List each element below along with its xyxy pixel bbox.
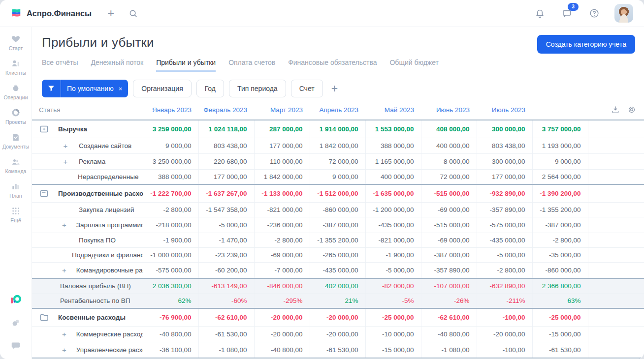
category-folder-plus-icon[interactable] bbox=[39, 124, 49, 134]
column-month[interactable]: Июнь 2023 bbox=[421, 103, 477, 120]
filter-pill-period-type[interactable]: Тип периода bbox=[229, 80, 286, 97]
expand-plus-icon[interactable]: + bbox=[62, 346, 66, 354]
search-button[interactable] bbox=[126, 6, 140, 21]
expand-plus-icon[interactable]: + bbox=[62, 142, 69, 150]
tab-profit-loss[interactable]: Прибыли и убытки bbox=[156, 59, 216, 72]
category-note-icon[interactable] bbox=[39, 188, 49, 199]
support-chat-icon[interactable] bbox=[10, 340, 21, 351]
value-cell: 9 000,00 bbox=[310, 170, 365, 185]
expand-plus-icon[interactable]: + bbox=[62, 266, 66, 274]
sidebar-item-operations[interactable]: Операции bbox=[2, 83, 29, 100]
column-month[interactable]: Апрель 2023 bbox=[310, 103, 365, 120]
value-cell: 2 366 800,00 bbox=[532, 278, 588, 294]
row-label-cell: Подрядчики и фрилансеры bbox=[32, 248, 143, 263]
value-cell: 21% bbox=[310, 294, 365, 309]
column-month[interactable]: Май 2023 bbox=[365, 103, 421, 120]
app-brand[interactable]: Аспро.Финансы bbox=[11, 8, 92, 19]
messages-button[interactable]: 3 bbox=[560, 6, 574, 21]
value-cell: -932 890,00 bbox=[477, 184, 532, 203]
expand-plus-icon[interactable]: + bbox=[62, 330, 66, 338]
sidebar-item-clients[interactable]: Клиенты bbox=[2, 59, 29, 76]
sidebar-item-documents[interactable]: Документы bbox=[2, 132, 29, 150]
brand-mark-icon[interactable] bbox=[9, 293, 22, 306]
column-month[interactable]: Март 2023 bbox=[254, 103, 310, 120]
value-cell: -25 000,00 bbox=[365, 308, 421, 327]
value-cell: 1 842 000,00 bbox=[254, 170, 310, 185]
table-row: Подрядчики и фрилансеры-1 000 000,00-23 … bbox=[32, 248, 644, 263]
user-avatar[interactable] bbox=[614, 4, 633, 23]
value-cell: -515 000,00 bbox=[421, 184, 477, 203]
sidebar-item-label: Команда bbox=[5, 168, 27, 174]
active-filter-pill[interactable]: По умолчанию × bbox=[42, 80, 128, 97]
tab-invoices[interactable]: Оплата счетов bbox=[228, 59, 275, 72]
value-cell: -387 000,00 bbox=[532, 217, 588, 233]
tab-obligations[interactable]: Финансовые обязательства bbox=[288, 59, 377, 72]
notifications-button[interactable] bbox=[533, 6, 547, 21]
value-cell: 177 000,00 bbox=[198, 170, 254, 185]
value-cell: -632 890,00 bbox=[477, 278, 532, 294]
row-label: Валовая прибыль (ВП) bbox=[60, 282, 131, 290]
tab-cash-flow[interactable]: Денежный поток bbox=[91, 59, 143, 72]
column-empty bbox=[532, 103, 588, 120]
row-label[interactable]: Производственные расходы bbox=[58, 190, 143, 197]
trailing-cell bbox=[588, 120, 644, 138]
tab-all-reports[interactable]: Все отчёты bbox=[42, 59, 78, 72]
table-row: +Командировочные расходы-575 000,00-60 2… bbox=[32, 263, 644, 279]
trailing-cell bbox=[588, 278, 644, 294]
value-cell: -515 000,00 bbox=[421, 217, 477, 233]
value-cell: -69 000,00 bbox=[421, 203, 477, 217]
table-row: Нераспределенные388 000,00177 000,001 84… bbox=[32, 170, 644, 185]
value-cell: 300 000,00 bbox=[477, 120, 532, 138]
table-settings-icon[interactable] bbox=[627, 105, 636, 114]
filter-pill-year[interactable]: Год bbox=[196, 80, 224, 97]
quick-add-button[interactable]: + bbox=[105, 5, 116, 21]
sidebar-item-projects[interactable]: Проекты bbox=[2, 108, 29, 125]
value-cell: 803 438,00 bbox=[477, 138, 532, 154]
value-cell: -61 530,00 bbox=[198, 327, 254, 342]
row-label: Рентабельность по ВП bbox=[60, 297, 130, 304]
help-button[interactable] bbox=[587, 6, 602, 21]
expand-plus-icon[interactable]: + bbox=[62, 221, 66, 229]
download-icon[interactable] bbox=[611, 105, 620, 114]
value-cell: -61 530,00 bbox=[532, 342, 588, 359]
sidebar-item-more[interactable]: Ещё bbox=[2, 206, 29, 223]
tab-budget[interactable]: Общий бюджет bbox=[389, 59, 438, 72]
trailing-cell bbox=[588, 184, 644, 203]
table-row: +Зарплата программистов-218 000,00-5 000… bbox=[32, 217, 644, 233]
column-month[interactable]: Январь 2023 bbox=[143, 103, 198, 120]
column-month[interactable]: Июль 2023 bbox=[477, 103, 532, 120]
row-label[interactable]: Косвенные расходы bbox=[58, 314, 126, 321]
table-row: Закупка лицензий-2 800,00-1 547 358,00-8… bbox=[32, 203, 644, 217]
sidebar-item-plan[interactable]: План bbox=[2, 181, 29, 199]
row-label: Закупка лицензий bbox=[79, 206, 134, 213]
sidebar-footer bbox=[9, 293, 22, 351]
value-cell: -7 000,00 bbox=[254, 263, 310, 279]
value-cell: -20 000,00 bbox=[310, 327, 365, 342]
start-icon bbox=[11, 34, 21, 44]
filter-pill-organization[interactable]: Организация bbox=[133, 80, 191, 97]
create-category-button[interactable]: Создать категорию учета bbox=[537, 35, 635, 54]
category-folder-icon[interactable] bbox=[39, 312, 49, 323]
row-label[interactable]: Выручка bbox=[58, 125, 87, 133]
plan-icon bbox=[11, 181, 21, 191]
value-cell: 72 000,00 bbox=[310, 154, 365, 170]
column-month[interactable]: Февраль 2023 bbox=[198, 103, 254, 120]
remove-filter-icon[interactable]: × bbox=[119, 85, 123, 92]
main-content: Прибыли и убытки Создать категорию учета… bbox=[32, 27, 644, 359]
bell-icon bbox=[535, 8, 545, 19]
add-filter-icon[interactable]: + bbox=[331, 83, 338, 94]
value-cell: -82 000,00 bbox=[365, 278, 421, 294]
value-cell: -20 000,00 bbox=[254, 308, 310, 327]
expand-plus-icon[interactable]: + bbox=[62, 157, 69, 166]
filter-pill-account[interactable]: Счет bbox=[291, 80, 323, 97]
row-label: Создание сайтов bbox=[79, 142, 131, 150]
value-cell: -40 800,00 bbox=[143, 327, 198, 342]
settings-icon[interactable] bbox=[10, 318, 21, 329]
plus-icon: + bbox=[107, 7, 114, 19]
value-cell: 3 250 000,00 bbox=[143, 154, 198, 170]
value-cell: -218 000,00 bbox=[143, 217, 198, 233]
value-cell: -860 000,00 bbox=[532, 263, 588, 279]
value-cell: -5 000,00 bbox=[198, 217, 254, 233]
sidebar-item-team[interactable]: Команда bbox=[2, 157, 29, 174]
sidebar-item-start[interactable]: Старт bbox=[2, 34, 29, 51]
